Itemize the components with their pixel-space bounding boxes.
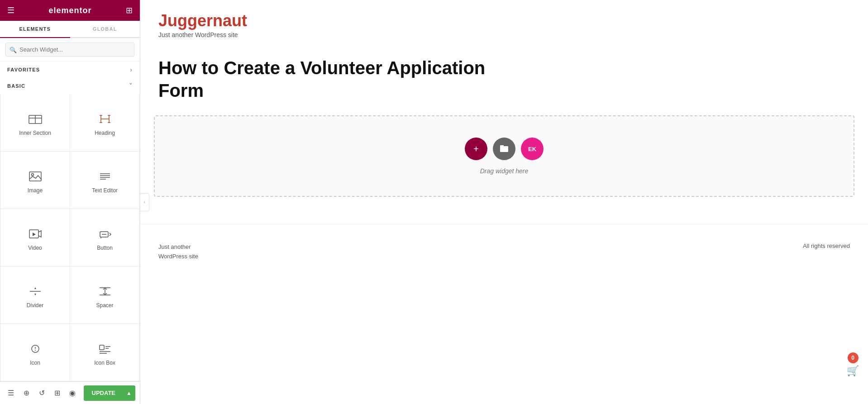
widget-spacer[interactable]: Spacer: [70, 266, 139, 323]
drag-widget-text: Drag widget here: [480, 167, 529, 175]
folder-button[interactable]: [493, 138, 515, 160]
update-dropdown[interactable]: ▲: [123, 385, 135, 401]
bottom-toolbar: ☰ ⊕ ↺ ⊞ ◉ UPDATE ▲: [0, 381, 140, 404]
post-title: How to Create a Volunteer Application Fo…: [140, 43, 511, 111]
widget-text-editor-label: Text Editor: [92, 187, 118, 194]
widget-icon-label: Icon: [30, 360, 40, 366]
site-footer: Just another WordPress site All rights r…: [140, 224, 868, 271]
left-panel: ☰ elementor ⊞ ELEMENTS GLOBAL 🔍 FAVORITE…: [0, 0, 140, 404]
search-wrapper: 🔍: [5, 43, 134, 57]
cart-badge: 0: [848, 352, 858, 363]
svg-point-11: [31, 174, 33, 176]
panel-header: ☰ elementor ⊞: [0, 0, 140, 21]
favorites-chevron: ›: [130, 66, 133, 73]
cart-icon[interactable]: 🛒: [847, 365, 859, 377]
canvas-area: Juggernaut Just another WordPress site H…: [140, 0, 868, 404]
basic-label: BASIC: [7, 83, 25, 89]
panel-collapse-handle[interactable]: ‹: [140, 193, 149, 211]
drop-zone[interactable]: + EK Drag widget here: [154, 115, 854, 197]
widget-button-label: Button: [97, 245, 113, 251]
widget-spacer-label: Spacer: [96, 302, 113, 309]
widget-video[interactable]: Video: [0, 209, 70, 266]
panel-tabs: ELEMENTS GLOBAL: [0, 21, 140, 38]
toolbar-layers-btn[interactable]: ⊕: [20, 386, 33, 400]
grid-icon[interactable]: ⊞: [126, 5, 133, 15]
favorites-section-header[interactable]: FAVORITES ›: [0, 62, 140, 78]
widget-heading-label: Heading: [95, 130, 115, 136]
tab-elements[interactable]: ELEMENTS: [0, 21, 70, 37]
widget-icon-box[interactable]: Icon Box: [70, 324, 139, 381]
basic-section-header[interactable]: BASIC ˅: [0, 78, 140, 94]
toolbar-preview-btn[interactable]: ◉: [66, 386, 79, 400]
add-widget-button[interactable]: +: [465, 138, 487, 160]
svg-marker-17: [33, 233, 36, 236]
hamburger-icon[interactable]: ☰: [7, 5, 14, 15]
update-group: UPDATE ▲: [82, 385, 135, 401]
site-title: Juggernaut: [158, 11, 850, 30]
widget-divider[interactable]: Divider: [0, 266, 70, 323]
widget-grid: Inner Section Heading Image: [0, 94, 140, 381]
basic-chevron: ˅: [129, 82, 133, 90]
drop-buttons: + EK: [465, 138, 544, 160]
widget-inner-section-label: Inner Section: [19, 130, 51, 136]
tab-global[interactable]: GLOBAL: [70, 21, 140, 37]
favorites-label: FAVORITES: [7, 67, 40, 72]
update-button[interactable]: UPDATE: [84, 385, 124, 401]
widget-divider-label: Divider: [27, 302, 43, 309]
footer-right: All rights reserved: [803, 242, 850, 249]
widget-image[interactable]: Image: [0, 152, 70, 209]
search-icon: 🔍: [10, 46, 17, 53]
svg-rect-30: [100, 345, 104, 350]
widget-image-label: Image: [28, 187, 43, 194]
cart-widget[interactable]: 0 🛒: [847, 352, 859, 377]
svg-rect-36: [500, 145, 504, 147]
widget-icon-box-label: Icon Box: [94, 360, 115, 366]
widget-video-label: Video: [28, 245, 42, 251]
widget-button[interactable]: Button: [70, 209, 139, 266]
footer-left: Just another WordPress site: [158, 242, 198, 261]
toolbar-hamburger-btn[interactable]: ☰: [5, 386, 17, 400]
site-header: Juggernaut Just another WordPress site: [140, 0, 868, 43]
widget-heading[interactable]: Heading: [70, 94, 139, 151]
toolbar-history-btn[interactable]: ↺: [35, 386, 48, 400]
search-box: 🔍: [0, 38, 140, 62]
canvas-content: Juggernaut Just another WordPress site H…: [140, 0, 868, 404]
footer-left-line1: Just another: [158, 242, 198, 252]
widget-icon[interactable]: Icon: [0, 324, 70, 381]
toolbar-responsive-btn[interactable]: ⊞: [51, 386, 63, 400]
widget-text-editor[interactable]: Text Editor: [70, 152, 139, 209]
elementor-logo: elementor: [48, 6, 91, 15]
svg-point-29: [35, 350, 36, 351]
widget-inner-section[interactable]: Inner Section: [0, 94, 70, 151]
search-input[interactable]: [5, 43, 134, 57]
svg-rect-10: [29, 172, 41, 181]
svg-marker-23: [34, 294, 36, 295]
svg-marker-22: [34, 287, 36, 289]
ek-button[interactable]: EK: [521, 138, 544, 160]
site-tagline: Just another WordPress site: [158, 31, 850, 38]
footer-left-line2: WordPress site: [158, 252, 198, 261]
